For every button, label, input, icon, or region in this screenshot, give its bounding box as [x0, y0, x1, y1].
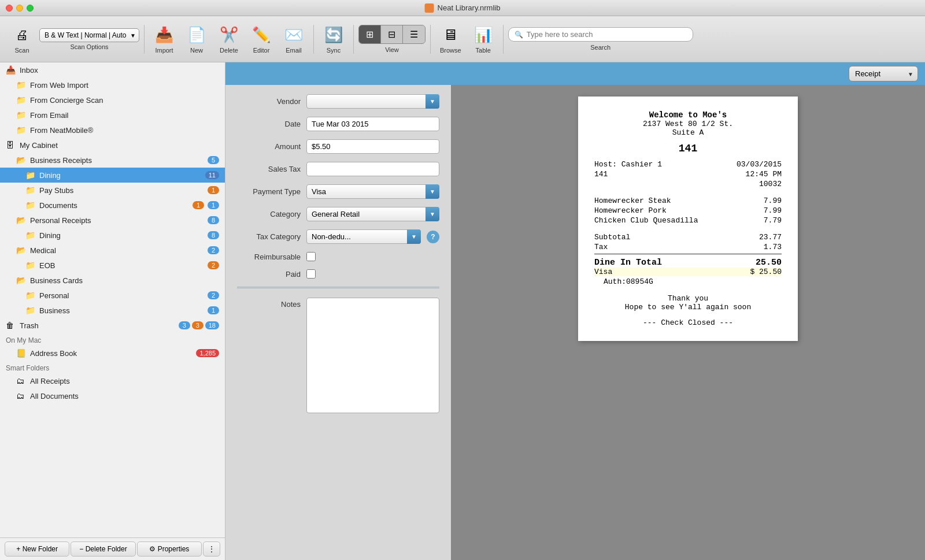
folder-open-icon-3: 📂 [16, 246, 27, 255]
receipt-type-select[interactable]: Receipt [849, 66, 918, 81]
folder-icon: 📁 [16, 80, 27, 90]
search-input[interactable] [527, 30, 687, 39]
sidebar-item-web-import[interactable]: 📁 From Web Import [0, 77, 225, 92]
sidebar-item-all-documents[interactable]: 🗂 All Documents [0, 388, 225, 403]
new-button[interactable]: 📄 New [182, 23, 212, 56]
sales-tax-input[interactable] [306, 162, 439, 176]
scan-options-select[interactable]: B & W Text | Normal | Auto [39, 28, 139, 42]
notes-textarea[interactable] [306, 298, 439, 413]
sidebar-item-business-card[interactable]: 📁 Business 1 [0, 303, 225, 318]
tax-category-wrapper: Non-dedu... ▼ [306, 229, 421, 244]
date-input[interactable] [306, 117, 439, 131]
folder-icon-11: 📁 [25, 306, 36, 315]
new-icon: 📄 [186, 25, 207, 46]
my-cabinet-label: My Cabinet [20, 141, 219, 150]
documents-label: Documents [39, 201, 189, 210]
neat-mobile-label: From NeatMobile® [30, 126, 219, 135]
reimbursable-checkbox[interactable] [306, 252, 316, 261]
view-grid-button[interactable]: ⊟ [380, 25, 402, 43]
browse-button[interactable]: 🖥 Browse [435, 23, 466, 56]
sidebar-item-inbox[interactable]: 📥 Inbox [0, 62, 225, 77]
sidebar-item-personal-receipts[interactable]: 📂 Personal Receipts 8 [0, 213, 225, 228]
folder-open-icon-2: 📂 [16, 216, 27, 225]
receipt-order-row: 141 12:45 PM [594, 170, 782, 179]
properties-button[interactable]: ⚙ Properties [137, 542, 202, 557]
medical-badge: 2 [208, 246, 219, 254]
vendor-label: Vendor [237, 97, 301, 106]
paid-checkbox[interactable] [306, 269, 316, 279]
amount-input[interactable] [306, 139, 439, 154]
email-button[interactable]: ✉️ Email [279, 23, 309, 56]
trash-badge1: 3 [179, 321, 190, 329]
delete-button[interactable]: ✂️ Delete [214, 23, 244, 56]
sidebar-item-documents[interactable]: 📁 Documents 1 1 [0, 198, 225, 213]
receipt-visa-label: Visa [594, 268, 612, 276]
table-label: Table [476, 47, 491, 54]
eob-badge: 2 [208, 261, 219, 269]
delete-folder-button[interactable]: − Delete Folder [71, 542, 135, 557]
view-split-button[interactable]: ⊞ [359, 25, 380, 43]
vendor-select[interactable] [306, 94, 439, 109]
receipt-address1: 2137 West 80 1/2 St. [594, 120, 782, 128]
scan-button[interactable]: 🖨 Scan [7, 23, 37, 56]
receipt-panel: Welcome to Moe's 2137 West 80 1/2 St. Su… [451, 85, 925, 560]
web-import-label: From Web Import [30, 81, 219, 90]
window-title: Neat Library.nrmlib [425, 3, 501, 13]
sidebar-item-eob[interactable]: 📁 EOB 2 [0, 258, 225, 273]
close-button[interactable] [6, 5, 13, 12]
help-button[interactable]: ? [427, 231, 439, 243]
maximize-button[interactable] [27, 5, 34, 12]
receipt-image: Welcome to Moe's 2137 West 80 1/2 St. Su… [578, 97, 798, 341]
sidebar-item-personal-dining[interactable]: 📁 Dining 8 [0, 228, 225, 243]
sidebar: 📥 Inbox 📁 From Web Import 📁 From Concier… [0, 62, 225, 560]
reimbursable-label: Reimbursable [237, 253, 301, 261]
sidebar-item-business-receipts[interactable]: 📂 Business Receipts 5 [0, 153, 225, 168]
sales-tax-label: Sales Tax [237, 165, 301, 173]
category-select[interactable]: General Retail [306, 207, 439, 221]
inbox-label: Inbox [20, 66, 219, 75]
personal-dining-badge: 8 [208, 231, 219, 239]
sidebar-item-trash[interactable]: 🗑 Trash 3 3 18 [0, 318, 225, 333]
trash-label: Trash [20, 321, 175, 330]
minimize-button[interactable] [16, 5, 23, 12]
sidebar-item-pay-stubs[interactable]: 📁 Pay Stubs 1 [0, 183, 225, 198]
sidebar-item-neat-mobile[interactable]: 📁 From NeatMobile® [0, 123, 225, 138]
category-wrapper: General Retail ▼ [306, 207, 439, 221]
personal-receipts-label: Personal Receipts [30, 216, 204, 225]
folder-icon-7: 📁 [25, 201, 36, 210]
sidebar-item-all-receipts[interactable]: 🗂 All Receipts [0, 373, 225, 388]
toolbar: 🖨 Scan B & W Text | Normal | Auto ▼ Scan… [0, 16, 925, 62]
sync-icon: 🔄 [323, 25, 344, 46]
editor-icon: ✏️ [251, 25, 272, 46]
form-panel: Vendor ▼ Date Amount [225, 85, 451, 560]
sidebar-item-personal-card[interactable]: 📁 Personal 2 [0, 288, 225, 303]
sidebar-item-email[interactable]: 📁 From Email [0, 107, 225, 123]
folder-icon-10: 📁 [25, 291, 36, 300]
payment-type-select[interactable]: Visa [306, 184, 439, 199]
sidebar-item-concierge-scan[interactable]: 📁 From Concierge Scan [0, 92, 225, 107]
table-button[interactable]: 📊 Table [468, 23, 498, 56]
trash-badge3: 18 [205, 321, 219, 329]
sidebar-item-dining[interactable]: 📁 Dining 11 [0, 168, 225, 183]
sidebar-item-my-cabinet[interactable]: 🗄 My Cabinet [0, 138, 225, 153]
resize-handle[interactable]: ⋮ [203, 542, 220, 557]
view-list-button[interactable]: ☰ [402, 25, 425, 43]
business-receipts-label: Business Receipts [30, 156, 204, 165]
sidebar-item-medical[interactable]: 📂 Medical 2 [0, 243, 225, 258]
tax-category-select[interactable]: Non-dedu... [306, 229, 421, 244]
reimbursable-row: Reimbursable [237, 252, 439, 261]
sync-button[interactable]: 🔄 Sync [319, 23, 349, 56]
receipt-item2: Homewrecker Pork [594, 206, 667, 215]
amount-row: Amount [237, 139, 439, 154]
delete-icon: ✂️ [219, 25, 239, 46]
sidebar-item-address-book[interactable]: 📒 Address Book 1,285 [0, 346, 225, 361]
tax-category-label: Tax Category [237, 232, 301, 241]
medical-label: Medical [30, 246, 204, 255]
sidebar-item-business-cards[interactable]: 📂 Business Cards [0, 273, 225, 288]
new-folder-button[interactable]: + New Folder [5, 542, 69, 557]
email-icon: ✉️ [283, 25, 304, 46]
import-button[interactable]: 📥 Import [149, 23, 179, 56]
editor-button[interactable]: ✏️ Editor [246, 23, 276, 56]
receipt-footer: Thank you Hope to see Y'all again soon [594, 294, 782, 311]
sidebar-footer: + New Folder − Delete Folder ⚙ Propertie… [0, 537, 225, 560]
